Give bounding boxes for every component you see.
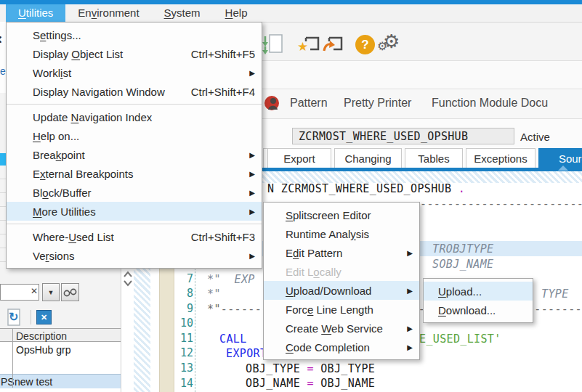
menu-item-label: Runtime Analysis — [286, 228, 413, 240]
menu-item-label: Code Completion — [286, 341, 394, 354]
menu-item-label: Breakpoint — [33, 149, 236, 161]
utilities-menu: Settings...Display Object ListCtrl+Shift… — [6, 22, 262, 269]
submenu-arrow-icon: ▶ — [249, 189, 255, 197]
menu-item-label: Splitscreen Editor — [286, 209, 413, 221]
table-row[interactable]: OpsHub grp — [0, 342, 121, 358]
search-dropdown-button[interactable]: ▼ — [42, 283, 60, 301]
splitter-hatch[interactable] — [133, 267, 150, 392]
tab-exceptions[interactable]: Exceptions — [466, 148, 535, 168]
submenu-arrow-icon: ▶ — [249, 151, 255, 159]
customize-layout-icon[interactable]: ⚙ ⚙ — [377, 30, 403, 57]
activate-icon[interactable] — [264, 95, 280, 112]
menubar-item-help[interactable]: Help — [213, 4, 260, 22]
menu-item-splitscreen-editor[interactable]: Splitscreen Editor — [264, 205, 419, 224]
menubar-item-utilities[interactable]: Utilities — [6, 4, 65, 22]
menu-item-create-web-service[interactable]: Create Web Service▶ — [264, 319, 419, 338]
menu-item-label: Update Navigation Index — [33, 111, 255, 123]
menu-item-edit-locally[interactable]: Edit Locally — [264, 262, 419, 281]
menu-item-upload-download[interactable]: Upload/Download▶ — [264, 281, 419, 300]
shortcut-label: Ctrl+Shift+F4 — [191, 86, 255, 98]
line-number: 8 — [174, 287, 193, 300]
menu-item-upload[interactable]: Upload... — [424, 282, 533, 301]
selected-row-sliver — [0, 153, 6, 166]
code-fragment: N ZCRMOST_WHERE_USED_OPSHUB . — [267, 182, 465, 195]
pretty-printer-button[interactable]: Pretty Printer — [344, 97, 411, 110]
tab-source-code[interactable]: Source code — [538, 148, 582, 168]
code-fragment: SOBJ_NAME — [432, 258, 493, 271]
line-number: 13 — [174, 362, 193, 375]
close-icon[interactable]: ✕ — [0, 33, 3, 46]
tab-export[interactable]: Export — [267, 148, 331, 168]
pattern-button[interactable]: Pattern — [290, 97, 328, 110]
menu-item-more-utilities[interactable]: More Utilities▶ — [7, 202, 262, 221]
menu-item-settings[interactable]: Settings... — [7, 25, 262, 44]
description-column-header: Description — [16, 330, 67, 342]
new-session-icon[interactable]: ★ — [299, 35, 320, 55]
chevron-down-icon: ▼ — [48, 289, 54, 296]
menu-item-external-breakpoints[interactable]: External Breakpoints▶ — [7, 164, 262, 183]
help-icon[interactable]: ? — [355, 35, 375, 54]
menu-item-label: Versions — [33, 250, 236, 262]
menu-item-edit-pattern[interactable]: Edit Pattern▶ — [264, 243, 419, 262]
menu-item-label: Where-Used List — [33, 231, 178, 243]
refresh-icon[interactable]: ↻ — [6, 309, 23, 327]
row-slivers — [0, 166, 6, 267]
object-list-panel: ✕ ▼ ↻ ✕ Description OpsHub grp PS new te… — [0, 267, 133, 392]
close-icon: ✕ — [41, 313, 47, 322]
menu-item-where-used-list[interactable]: Where-Used ListCtrl+Shift+F3 — [7, 227, 262, 246]
menu-item-block-buffer[interactable]: Block/Buffer▶ — [7, 183, 262, 202]
tab-changing[interactable]: Changing — [334, 148, 402, 168]
shortcut-label: Ctrl+Shift+F5 — [191, 48, 255, 60]
code-fragment: TYPE — [541, 287, 569, 301]
line-number: 14 — [174, 377, 193, 390]
menu-item-label: Download... — [438, 304, 526, 317]
menubar-item-environment[interactable]: Environment — [65, 4, 151, 22]
menu-item-display-object-list[interactable]: Display Object ListCtrl+Shift+F5 — [7, 44, 262, 63]
menu-item-code-completion[interactable]: Code Completion▶ — [264, 338, 419, 356]
display-button[interactable] — [61, 283, 79, 301]
code-fragment: *" — [207, 287, 221, 301]
menu-item-label: Worklist — [33, 67, 236, 79]
menu-item-breakpoint[interactable]: Breakpoint▶ — [7, 145, 262, 164]
menu-item-versions[interactable]: Versions▶ — [7, 246, 262, 265]
submenu-arrow-icon: ▶ — [249, 170, 255, 178]
panel-scrollbar[interactable] — [121, 267, 134, 392]
code-fragment: ------------------------ — [420, 197, 582, 211]
function-module-name-field[interactable]: ZCRMOST_WHERE_USED_OPSHUB — [292, 128, 514, 144]
menu-item-update-navigation-index[interactable]: Update Navigation Index — [7, 107, 262, 126]
function-module-docu-button[interactable]: Function Module Docu — [432, 97, 548, 110]
line-number: 7 — [174, 272, 193, 285]
create-shortcut-icon[interactable] — [322, 35, 344, 55]
star-glyph: ★ — [297, 39, 308, 54]
menu-item-display-navigation-window[interactable]: Display Navigation WindowCtrl+Shift+F4 — [7, 82, 262, 101]
import-file-icon[interactable] — [262, 33, 285, 56]
code-fragment: TROBJTYPE — [432, 242, 493, 256]
clear-search-icon[interactable]: ✕ — [31, 286, 38, 296]
table-row-selected[interactable]: PS new test — [0, 374, 121, 388]
upload-download-submenu: Upload...Download... — [423, 278, 533, 323]
menu-item-worklist[interactable]: Worklist▶ — [7, 63, 262, 82]
table-header-row[interactable]: Description — [0, 328, 121, 342]
row-description: new test — [15, 376, 52, 388]
submenu-arrow-icon: ▶ — [407, 287, 413, 295]
gear-icon: ⚙ — [377, 39, 387, 53]
toolbar-divider — [31, 310, 31, 324]
menu-item-runtime-analysis[interactable]: Runtime Analysis — [264, 224, 419, 243]
line-number: 11 — [174, 332, 193, 345]
link-text-fragment: e — [0, 65, 6, 77]
submenu-arrow-icon: ▶ — [407, 324, 413, 332]
menu-item-force-line-length[interactable]: Force Line Length — [264, 300, 419, 319]
menu-item-download[interactable]: Download... — [424, 301, 533, 319]
submenu-arrow-icon: ▶ — [249, 69, 255, 77]
tab-tables[interactable]: Tables — [405, 148, 463, 168]
scroll-chevrons-icon[interactable] — [124, 270, 132, 292]
menu-item-label: External Breakpoints — [33, 168, 236, 180]
menu-item-label: Edit Pattern — [286, 247, 394, 259]
menu-item-help-on[interactable]: Help on... — [7, 126, 262, 145]
menu-item-label: Upload/Download — [286, 285, 394, 297]
submenu-arrow-icon: ▶ — [249, 252, 255, 260]
menubar-item-system[interactable]: System — [152, 4, 213, 22]
code-fragment: OBJ_TYPE = OBJ_TYPE — [246, 362, 375, 375]
menu-separator — [7, 104, 262, 105]
close-list-button[interactable]: ✕ — [36, 310, 52, 324]
